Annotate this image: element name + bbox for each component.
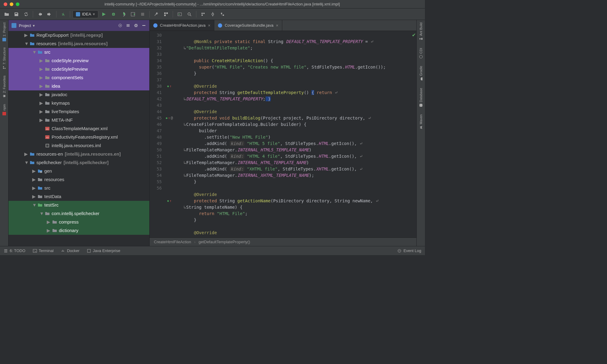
breadcrumb-class[interactable]: CreateHtmlFileAction bbox=[154, 240, 191, 244]
search-icon[interactable] bbox=[185, 10, 194, 19]
save-icon[interactable] bbox=[12, 10, 21, 19]
svg-point-24 bbox=[419, 104, 421, 107]
maximize-window-button[interactable] bbox=[16, 2, 19, 6]
forward-icon[interactable] bbox=[45, 10, 54, 19]
tool-cdi[interactable]: CDI bbox=[419, 48, 423, 59]
editor-tab[interactable]: CoverageSuitesBundle.java× bbox=[214, 20, 282, 31]
gear-icon[interactable] bbox=[134, 23, 138, 28]
tree-node[interactable]: ▶javadoc bbox=[8, 90, 149, 99]
svg-rect-10 bbox=[2, 38, 6, 41]
run-icon[interactable] bbox=[100, 10, 108, 19]
line-number-gutter: 3031323334353637384142434445464748495051… bbox=[150, 31, 164, 238]
debug-icon[interactable] bbox=[109, 10, 118, 19]
svg-text:<>: <> bbox=[46, 128, 49, 130]
locate-icon[interactable] bbox=[118, 23, 123, 28]
tree-node[interactable]: ▶liveTemplates bbox=[8, 107, 149, 116]
tree-node[interactable]: ▼com.intellij.spellchecker bbox=[8, 209, 149, 218]
close-tab-icon[interactable]: × bbox=[208, 23, 210, 28]
hide-panel-icon[interactable] bbox=[141, 23, 146, 28]
editor-tab[interactable]: CreateHtmlFileAction.java× bbox=[150, 20, 214, 31]
run-config-selector[interactable]: IDEA ▾ bbox=[73, 10, 98, 18]
sb-todo[interactable]: 6: TODO bbox=[4, 248, 25, 253]
project-icon bbox=[12, 23, 16, 28]
main-toolbar: IDEA ▾ bbox=[0, 8, 425, 20]
tree-node[interactable]: ▶keymaps bbox=[8, 99, 149, 107]
tree-node[interactable]: <>ProductivityFeaturesRegistry.xml bbox=[8, 133, 149, 141]
vcs-push-icon[interactable] bbox=[218, 10, 227, 19]
run-anything-icon[interactable] bbox=[175, 10, 184, 19]
editor-tabs: CreateHtmlFileAction.java×CoverageSuites… bbox=[150, 20, 416, 31]
tool-favorites[interactable]: 2: Favorites bbox=[2, 76, 6, 98]
tree-node[interactable]: ▼spellchecker [intellij.spellchecker] bbox=[8, 158, 149, 167]
tool-ant[interactable]: Ant Build bbox=[419, 22, 423, 41]
sb-docker[interactable]: Docker bbox=[61, 248, 80, 253]
stop-icon[interactable] bbox=[138, 10, 147, 19]
breadcrumbs[interactable]: CreateHtmlFileAction › getDefaultTemplat… bbox=[150, 238, 416, 246]
tree-node[interactable]: ▶RegExpSupport [intellij.regexp] bbox=[8, 31, 149, 39]
editor-area: CreateHtmlFileAction.java×CoverageSuites… bbox=[150, 20, 416, 246]
tree-node[interactable]: ▶META-INF bbox=[8, 116, 149, 124]
wrench-icon[interactable] bbox=[152, 10, 161, 19]
tool-maven[interactable]: Maven bbox=[419, 114, 423, 129]
svg-text:<>: <> bbox=[46, 136, 49, 139]
sb-terminal[interactable]: Terminal bbox=[33, 248, 54, 253]
project-panel-title[interactable]: Project ▾ bbox=[19, 23, 115, 28]
svg-point-15 bbox=[135, 25, 137, 26]
tree-node[interactable]: ▶dictionary bbox=[8, 226, 149, 235]
vcs-update-icon[interactable] bbox=[199, 10, 207, 19]
back-icon[interactable] bbox=[36, 10, 44, 19]
tree-node[interactable]: ▶resources bbox=[8, 175, 149, 184]
project-panel: Project ▾ ▶RegExpSupport [intellij.regex… bbox=[8, 20, 150, 246]
inspections-ok-icon[interactable]: ✔ bbox=[412, 32, 416, 38]
profile-icon[interactable] bbox=[129, 10, 137, 19]
tree-node[interactable]: ▶componentSets bbox=[8, 73, 149, 82]
svg-point-14 bbox=[120, 25, 121, 26]
tree-node[interactable]: ▶gen bbox=[8, 167, 149, 175]
vcs-commit-icon[interactable] bbox=[209, 10, 217, 19]
tree-node[interactable]: ▶src bbox=[8, 184, 149, 192]
open-file-icon[interactable] bbox=[2, 10, 11, 19]
tree-node[interactable]: ▶compress bbox=[8, 218, 149, 226]
tree-node[interactable]: ▼src bbox=[8, 48, 149, 56]
tree-node[interactable]: <>ClassTemplateManager.xml bbox=[8, 124, 149, 133]
tree-node[interactable]: ▶testData bbox=[8, 192, 149, 201]
coverage-icon[interactable] bbox=[119, 10, 127, 19]
project-tree[interactable]: ▶RegExpSupport [intellij.regexp]▼resourc… bbox=[8, 31, 149, 246]
fold-gutter bbox=[175, 31, 180, 238]
tree-node[interactable]: ▶codeStylePreview bbox=[8, 65, 149, 73]
project-structure-icon[interactable] bbox=[162, 10, 170, 19]
svg-point-9 bbox=[212, 13, 214, 15]
tool-project[interactable]: 1: Project bbox=[2, 22, 6, 41]
tree-node[interactable]: ▼resources [intellij.java.resources] bbox=[8, 39, 149, 48]
source-text[interactable]: @NonNls private static final String DEFA… bbox=[180, 31, 416, 238]
sb-eventlog[interactable]: Event Log bbox=[397, 248, 421, 253]
tool-npm[interactable]: npm bbox=[2, 104, 6, 115]
minimize-window-button[interactable] bbox=[10, 2, 13, 6]
tool-gradle[interactable]: Gradle bbox=[419, 66, 423, 81]
svg-rect-6 bbox=[164, 15, 166, 16]
tree-node[interactable]: intellij.java.resources.iml bbox=[8, 141, 149, 150]
titlebar: intellij-community [~/IDEAProjects/intel… bbox=[0, 0, 425, 8]
code-editor[interactable]: 3031323334353637384142434445464748495051… bbox=[150, 31, 416, 238]
close-tab-icon[interactable]: × bbox=[276, 23, 278, 28]
close-window-button[interactable] bbox=[4, 2, 7, 6]
right-tool-stripe: Ant Build CDI Gradle Database Maven bbox=[416, 20, 425, 246]
collapse-all-icon[interactable] bbox=[126, 23, 131, 28]
svg-rect-12 bbox=[12, 23, 16, 28]
tool-structure[interactable]: 7: Structure bbox=[2, 47, 6, 69]
window-title: intellij-community [~/IDEAProjects/intel… bbox=[19, 2, 425, 6]
svg-point-8 bbox=[188, 13, 190, 15]
tree-node[interactable]: ▶codeStyle.preview bbox=[8, 56, 149, 65]
tool-database[interactable]: Database bbox=[419, 88, 423, 107]
status-bar: 6: TODO Terminal Docker Java Enterprise … bbox=[0, 246, 425, 255]
tree-node[interactable]: ▶idea bbox=[8, 82, 149, 90]
build-icon[interactable] bbox=[59, 10, 67, 19]
tree-node[interactable]: ▶resources-en [intellij.java.resources.e… bbox=[8, 150, 149, 158]
run-config-label: IDEA bbox=[82, 12, 91, 16]
sync-icon[interactable] bbox=[22, 10, 30, 19]
sb-javaee[interactable]: Java Enterprise bbox=[87, 248, 120, 253]
svg-rect-21 bbox=[46, 144, 49, 147]
tree-node[interactable]: ▼testSrc bbox=[8, 201, 149, 209]
svg-rect-4 bbox=[164, 12, 166, 14]
breadcrumb-method[interactable]: getDefaultTemplateProperty() bbox=[198, 240, 250, 244]
